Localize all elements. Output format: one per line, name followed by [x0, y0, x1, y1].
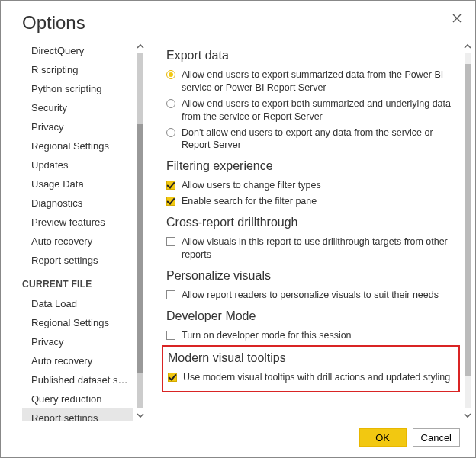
radio-label: Allow end users to export summarized dat…	[182, 69, 460, 94]
content-scrollbar[interactable]	[460, 41, 475, 421]
crossreport-check-0[interactable]: Allow visuals in this report to use dril…	[166, 235, 460, 261]
checkbox-icon[interactable]	[166, 181, 175, 190]
devmode-check-0[interactable]: Turn on developer mode for this session	[166, 329, 460, 342]
radio-label: Allow end users to export both summarize…	[182, 98, 460, 123]
checkbox-icon[interactable]	[166, 197, 175, 206]
checkbox-icon[interactable]	[166, 237, 175, 246]
radio-label: Don't allow end users to export any data…	[182, 127, 460, 152]
filtering-check-0[interactable]: Allow users to change filter types	[166, 179, 460, 192]
ok-button[interactable]: OK	[359, 428, 407, 447]
sidebar-item-cf[interactable]: Regional Settings	[22, 313, 133, 332]
sidebar-item-global[interactable]: Security	[22, 98, 133, 117]
sidebar-item-global[interactable]: Auto recovery	[22, 232, 133, 251]
sidebar-item-global[interactable]: Privacy	[22, 117, 133, 136]
radio-icon[interactable]	[166, 128, 175, 137]
sidebar-item-cf[interactable]: Data Load	[22, 294, 133, 313]
checkbox-label: Allow visuals in this report to use dril…	[182, 235, 460, 261]
chevron-up-icon[interactable]	[462, 41, 473, 52]
checkbox-label: Turn on developer mode for this session	[182, 329, 460, 342]
sidebar-item-global[interactable]: R scripting	[22, 60, 133, 79]
filtering-check-1[interactable]: Enable search for the filter pane	[166, 195, 460, 208]
content-inner: Export data Allow end users to export su…	[148, 41, 460, 421]
dialog-body: DirectQuery R scripting Python scripting…	[1, 34, 475, 421]
scrollbar-thumb[interactable]	[465, 64, 471, 376]
scrollbar-track[interactable]	[137, 53, 143, 408]
section-title-devmode: Developer Mode	[166, 309, 460, 323]
tooltips-check-0[interactable]: Use modern visual tooltips with drill ac…	[168, 371, 454, 384]
section-title-crossreport: Cross-report drillthrough	[166, 216, 460, 229]
checkbox-icon[interactable]	[166, 331, 175, 340]
sidebar-list: DirectQuery R scripting Python scripting…	[22, 41, 133, 421]
personalize-check-0[interactable]: Allow report readers to personalize visu…	[166, 289, 460, 302]
export-option-1[interactable]: Allow end users to export both summarize…	[166, 98, 460, 123]
sidebar-item-global[interactable]: DirectQuery	[22, 41, 133, 60]
scrollbar-track[interactable]	[465, 53, 471, 408]
sidebar-item-global[interactable]: Usage Data	[22, 175, 133, 194]
radio-icon[interactable]	[166, 99, 175, 108]
chevron-up-icon[interactable]	[135, 41, 146, 52]
highlight-box: Modern visual tooltips Use modern visual…	[162, 345, 460, 393]
chevron-down-icon[interactable]	[135, 410, 146, 421]
sidebar-item-cf-report-settings[interactable]: Report settings	[22, 408, 133, 421]
content-pane: Export data Allow end users to export su…	[148, 41, 475, 421]
sidebar-scrollbar[interactable]	[133, 41, 148, 421]
options-dialog: Options DirectQuery R scripting Python s…	[0, 0, 476, 458]
dialog-footer: OK Cancel	[1, 421, 475, 457]
checkbox-label: Use modern visual tooltips with drill ac…	[183, 371, 454, 384]
sidebar-item-cf[interactable]: Published dataset set...	[22, 370, 133, 389]
sidebar-item-global[interactable]: Regional Settings	[22, 136, 133, 155]
cancel-button[interactable]: Cancel	[413, 428, 460, 447]
export-option-2[interactable]: Don't allow end users to export any data…	[166, 127, 460, 152]
section-title-filtering: Filtering experience	[166, 159, 460, 173]
export-option-0[interactable]: Allow end users to export summarized dat…	[166, 69, 460, 94]
checkbox-label: Allow users to change filter types	[182, 179, 460, 192]
section-title-export: Export data	[166, 49, 460, 62]
chevron-down-icon[interactable]	[462, 410, 473, 421]
close-icon[interactable]	[451, 12, 463, 24]
sidebar: DirectQuery R scripting Python scripting…	[22, 41, 133, 421]
sidebar-item-global[interactable]: Python scripting	[22, 79, 133, 98]
sidebar-item-global[interactable]: Diagnostics	[22, 194, 133, 213]
scrollbar-thumb[interactable]	[137, 124, 143, 373]
checkbox-icon[interactable]	[166, 290, 175, 299]
sidebar-item-cf[interactable]: Privacy	[22, 332, 133, 351]
sidebar-item-cf[interactable]: Auto recovery	[22, 351, 133, 370]
section-title-personalize: Personalize visuals	[166, 269, 460, 283]
sidebar-item-global[interactable]: Preview features	[22, 213, 133, 232]
section-title-tooltips: Modern visual tooltips	[168, 351, 454, 365]
radio-icon[interactable]	[166, 70, 175, 79]
checkbox-label: Enable search for the filter pane	[182, 195, 460, 208]
dialog-title: Options	[22, 12, 85, 34]
sidebar-item-cf[interactable]: Query reduction	[22, 389, 133, 408]
dialog-header: Options	[1, 1, 475, 34]
sidebar-item-global[interactable]: Report settings	[22, 251, 133, 270]
checkbox-icon[interactable]	[168, 373, 177, 382]
sidebar-heading-current-file: CURRENT FILE	[22, 270, 133, 294]
checkbox-label: Allow report readers to personalize visu…	[182, 289, 460, 302]
sidebar-item-global[interactable]: Updates	[22, 155, 133, 175]
